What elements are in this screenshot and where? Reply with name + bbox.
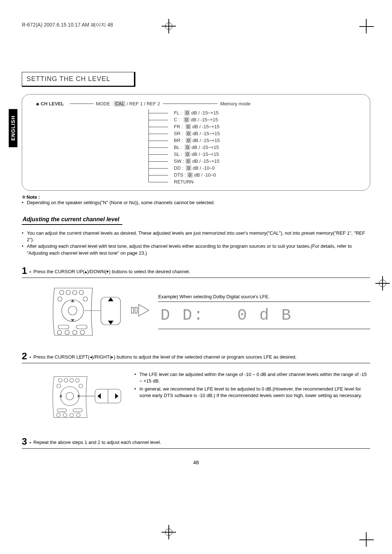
- svg-point-24: [60, 387, 79, 405]
- remote-up-down-illustration: [51, 284, 123, 339]
- svg-point-30: [70, 413, 73, 417]
- ch-row: DD : 0 dB / -10~0: [148, 165, 360, 171]
- svg-point-10: [57, 330, 62, 335]
- step-2: 2. Press the CURSOR LEFT(◂)/RIGHT(▸) but…: [22, 349, 370, 363]
- svg-point-4: [58, 297, 62, 301]
- lcd-left: D D:: [160, 306, 205, 324]
- registration-mark-bottom: [162, 525, 176, 539]
- svg-point-23: [79, 384, 82, 388]
- ch-row: SW : 0 dB / -15~+15: [148, 158, 360, 165]
- step-3: 3. Repeat the above steps 1 and 2 to adj…: [22, 434, 370, 449]
- channel-list: FL : 0 dB / -15~+15 C : 0 dB / -15~+15 F…: [148, 109, 360, 185]
- registration-mark-top: [162, 19, 176, 33]
- svg-point-6: [62, 300, 83, 322]
- svg-point-0: [60, 290, 64, 295]
- mode-label: MODE :: [96, 101, 113, 106]
- ch-row: FL : 0 dB / -15~+15: [148, 109, 360, 116]
- svg-point-13: [80, 330, 85, 335]
- section-title: SETTING THE CH LEVEL: [22, 72, 135, 87]
- remote-left-right-illustration: [51, 370, 123, 424]
- svg-rect-9: [76, 325, 87, 329]
- svg-point-12: [73, 330, 77, 335]
- svg-point-5: [83, 297, 87, 301]
- svg-rect-27: [73, 409, 82, 412]
- svg-point-7: [68, 306, 77, 315]
- svg-point-28: [57, 413, 60, 417]
- svg-point-25: [66, 392, 74, 400]
- mode-options: CAL / REF 1 / REF 2: [114, 101, 160, 106]
- ch-row: FR : 0 dB / -15~+15: [148, 123, 360, 130]
- diamond-icon: ◆: [36, 101, 39, 106]
- svg-point-19: [64, 378, 68, 382]
- svg-point-3: [79, 290, 83, 295]
- registration-mark-right: [375, 276, 390, 291]
- note-block: ※Note : •Depending on the speaker settin…: [22, 194, 370, 205]
- ch-row: SR : 0 dB / -15~+15: [148, 130, 360, 137]
- svg-point-20: [70, 378, 73, 382]
- svg-rect-8: [58, 325, 69, 329]
- lcd-right: 0 d B: [237, 306, 293, 324]
- svg-point-1: [66, 290, 70, 295]
- ch-row: C : 0 dB / -15~+15: [148, 116, 360, 123]
- page-number: 48: [22, 460, 370, 465]
- svg-rect-16: [131, 307, 134, 313]
- note-text: Depending on the speaker settings("N" (N…: [27, 200, 215, 205]
- step2-notes: •The LFE level can be adjusted within th…: [134, 370, 370, 401]
- svg-point-21: [75, 378, 79, 382]
- ch-row: BR : 0 dB / -15~+15: [148, 137, 360, 144]
- svg-point-22: [57, 384, 61, 388]
- language-tab: ENGLISH: [9, 109, 17, 147]
- memory-mode-label: Memory mode: [220, 101, 250, 106]
- svg-point-2: [73, 290, 77, 295]
- svg-point-31: [76, 413, 80, 417]
- osd-menu-box: ◆ CH LEVEL MODE : CAL / REF 1 / REF 2 Me…: [22, 94, 370, 191]
- ch-row: SL : 0 dB / -15~+15: [148, 151, 360, 158]
- arrow-right-icon: [130, 303, 152, 320]
- step-1: 1. Press the CURSOR UP(▴)/DOWN(▾) button…: [22, 264, 370, 278]
- svg-point-11: [65, 330, 69, 335]
- svg-point-29: [63, 413, 67, 417]
- mode-selected: CAL: [114, 101, 125, 106]
- svg-rect-17: [135, 307, 137, 313]
- print-header: R-672(A) 2007.6.15 10:17 AM 페이지 48: [22, 22, 370, 28]
- svg-point-18: [58, 378, 62, 382]
- return-row: RETURN: [148, 178, 360, 185]
- note-symbol: ※: [22, 194, 26, 200]
- ch-row: BL : 0 dB / -15~+15: [148, 144, 360, 151]
- menu-heading: CH LEVEL: [41, 101, 64, 106]
- example-title: Example) When selecting Dolby Digital so…: [158, 294, 370, 299]
- subheading: Adjusting the current channel level: [22, 216, 122, 225]
- intro-text: •You can adjust the current channel leve…: [22, 230, 370, 256]
- note-label: Note :: [26, 194, 40, 200]
- svg-rect-26: [57, 409, 66, 412]
- ch-row: DTS : 0 dB / -10~0: [148, 171, 360, 178]
